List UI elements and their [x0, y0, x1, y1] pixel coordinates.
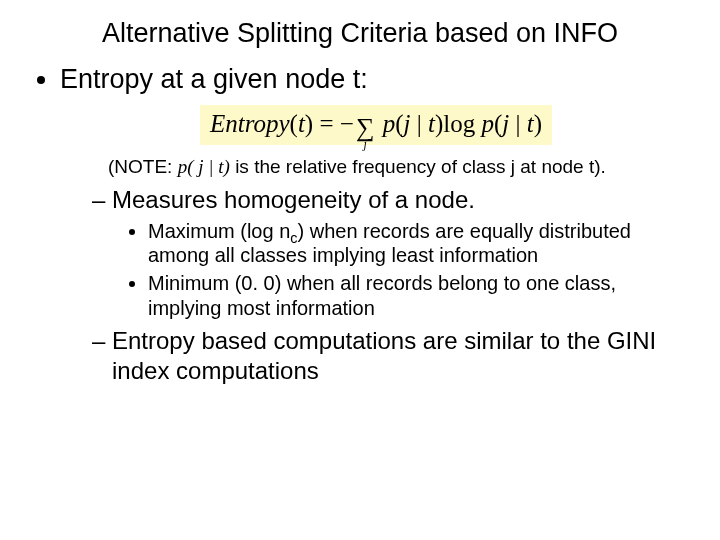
p2e: t: [527, 110, 534, 137]
p1a: p: [383, 110, 396, 137]
bullet-gini: Entropy based computations are similar t…: [92, 326, 692, 386]
sigma-container: ∑j: [356, 113, 375, 143]
slide: Alternative Splitting Criteria based on …: [0, 0, 720, 402]
p1d: |: [410, 110, 428, 137]
formula-rparen: ): [305, 110, 313, 137]
max-pre: Maximum (log n: [148, 220, 290, 242]
note-prefix: (NOTE:: [108, 156, 178, 177]
p1e: t: [428, 110, 435, 137]
bullet-entropy-text: Entropy at a given node t:: [60, 64, 368, 94]
log: log: [443, 110, 475, 137]
note-suffix: is the relative frequency of class j at …: [230, 156, 606, 177]
bullet-homogeneity-text: Measures homogeneity of a node.: [112, 186, 475, 213]
bullet-list-level3: Maximum (log nc) when records are equall…: [130, 219, 692, 321]
note-line: (NOTE: p( j | t) is the relative frequen…: [108, 155, 692, 179]
formula-lparen: (: [290, 110, 298, 137]
bullet-entropy-node: Entropy at a given node t: Entropy(t) = …: [60, 63, 692, 386]
bullet-list-level2: Measures homogeneity of a node. Maximum …: [72, 185, 692, 387]
slide-title: Alternative Splitting Criteria based on …: [28, 18, 692, 49]
note-expr: p( j | t): [178, 156, 230, 177]
p2f: ): [534, 110, 542, 137]
sigma-sub: j: [363, 141, 366, 148]
bullet-maximum: Maximum (log nc) when records are equall…: [148, 219, 692, 268]
formula-t: t: [298, 110, 305, 137]
formula-container: Entropy(t) = −∑j p(j | t)log p(j | t): [60, 105, 692, 145]
formula-lhs: Entropy: [210, 110, 290, 137]
p2a: p: [481, 110, 494, 137]
entropy-formula: Entropy(t) = −∑j p(j | t)log p(j | t): [200, 105, 552, 145]
bullet-list-level1: Entropy at a given node t: Entropy(t) = …: [34, 63, 692, 386]
bullet-minimum: Minimum (0. 0) when all records belong t…: [148, 271, 692, 320]
formula-neg: −: [340, 110, 354, 137]
formula-eq: =: [313, 110, 340, 137]
p1b: (: [395, 110, 403, 137]
bullet-homogeneity: Measures homogeneity of a node. Maximum …: [92, 185, 692, 321]
p2d: |: [509, 110, 527, 137]
